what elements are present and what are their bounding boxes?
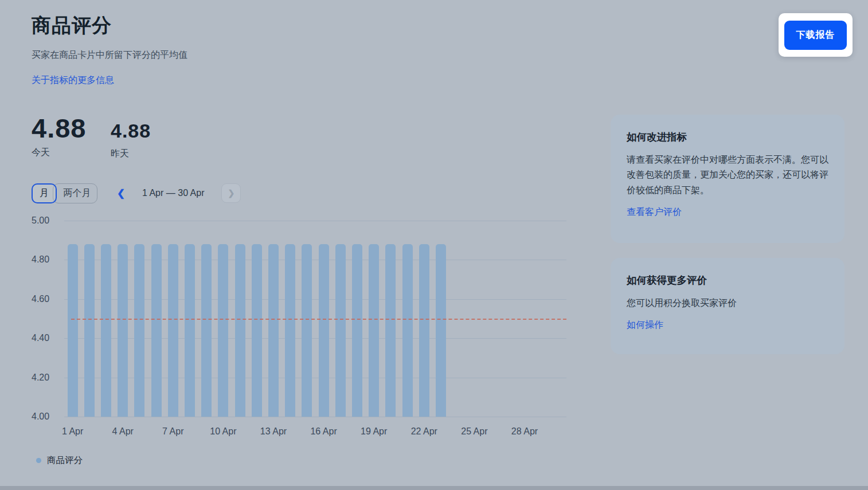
y-tick-label: 4.40 [32, 333, 58, 343]
bar[interactable] [185, 244, 195, 417]
how-to-link[interactable]: 如何操作 [627, 319, 663, 331]
period-tab-two-months[interactable]: 两个月 [53, 183, 97, 203]
x-tick-label: 16 Apr [310, 426, 337, 437]
card-improve-metric: 如何改进指标 请查看买家在评价中对哪些方面表示不满。您可以改善包装的质量，更加关… [611, 115, 844, 243]
bar[interactable] [68, 244, 78, 417]
bar[interactable] [101, 244, 111, 417]
yesterday-label: 昨天 [111, 148, 151, 160]
threshold-line [71, 319, 566, 320]
bottom-edge-strip [0, 486, 868, 490]
chart-legend: 商品评分 [36, 454, 83, 467]
bar[interactable] [218, 244, 228, 417]
y-tick-label: 5.00 [32, 215, 58, 226]
rating-bar-chart [64, 221, 566, 417]
x-tick-label: 4 Apr [112, 426, 134, 437]
stat-yesterday: 4.88 昨天 [111, 120, 151, 160]
y-tick-label: 4.60 [32, 294, 58, 304]
legend-label: 商品评分 [47, 454, 83, 467]
x-tick-label: 28 Apr [511, 426, 538, 437]
bar[interactable] [335, 244, 346, 417]
date-range-label: 1 Apr — 30 Apr [141, 188, 205, 198]
x-tick-label: 25 Apr [461, 426, 487, 437]
chevron-right-glyph: ❯ [228, 189, 234, 198]
chevron-left-icon[interactable]: ❮ [117, 187, 125, 199]
x-tick-label: 7 Apr [162, 426, 183, 437]
today-label: 今天 [32, 147, 86, 159]
x-tick-label: 10 Apr [210, 426, 236, 437]
stat-today: 4.88 今天 [32, 112, 86, 159]
x-tick-label: 1 Apr [62, 426, 83, 437]
bar[interactable] [84, 244, 95, 417]
yesterday-value: 4.88 [111, 120, 151, 142]
period-tab-month[interactable]: 月 [32, 183, 57, 203]
bar[interactable] [134, 244, 144, 417]
x-tick-label: 13 Apr [260, 426, 287, 437]
bar[interactable] [302, 244, 312, 417]
bar[interactable] [201, 244, 212, 417]
page-title: 商品评分 [32, 13, 112, 39]
today-value: 4.88 [32, 112, 86, 144]
chevron-right-icon[interactable]: ❯ [221, 183, 241, 203]
legend-dot-icon [36, 458, 41, 463]
metric-info-link[interactable]: 关于指标的更多信息 [32, 75, 114, 87]
card-get-more-reviews: 如何获得更多评价 您可以用积分换取买家评价 如何操作 [611, 258, 844, 354]
card-body: 您可以用积分换取买家评价 [627, 296, 828, 311]
bar[interactable] [268, 244, 279, 417]
bar[interactable] [151, 244, 162, 417]
y-tick-label: 4.20 [32, 373, 58, 383]
bar[interactable] [252, 244, 262, 417]
bar[interactable] [319, 244, 329, 417]
y-tick-label: 4.80 [32, 254, 58, 265]
card-title: 如何获得更多评价 [627, 273, 828, 287]
bar[interactable] [235, 244, 245, 417]
card-body: 请查看买家在评价中对哪些方面表示不满。您可以改善包装的质量，更加关心您的买家，还… [627, 152, 828, 198]
x-tick-label: 19 Apr [361, 426, 387, 437]
bar[interactable] [385, 244, 396, 417]
bar[interactable] [352, 244, 362, 417]
y-tick-label: 4.00 [32, 411, 58, 422]
bar[interactable] [369, 244, 379, 417]
bar[interactable] [419, 244, 429, 417]
bar[interactable] [285, 244, 295, 417]
gridline [64, 417, 566, 417]
download-highlight-card: 下载报告 [779, 13, 853, 57]
chart-controls: 月 两个月 ❮ 1 Apr — 30 Apr ❯ [32, 183, 241, 203]
page-subtitle: 买家在商品卡片中所留下评分的平均值 [32, 49, 187, 61]
bar[interactable] [118, 244, 128, 417]
bar[interactable] [402, 244, 413, 417]
download-report-button[interactable]: 下载报告 [784, 21, 847, 50]
card-title: 如何改进指标 [627, 130, 828, 144]
bar[interactable] [168, 244, 178, 417]
x-tick-label: 22 Apr [411, 426, 437, 437]
bar[interactable] [436, 244, 446, 417]
x-axis-labels: 1 Apr4 Apr7 Apr10 Apr13 Apr16 Apr19 Apr2… [64, 426, 566, 439]
view-customer-reviews-link[interactable]: 查看客户评价 [627, 206, 682, 218]
